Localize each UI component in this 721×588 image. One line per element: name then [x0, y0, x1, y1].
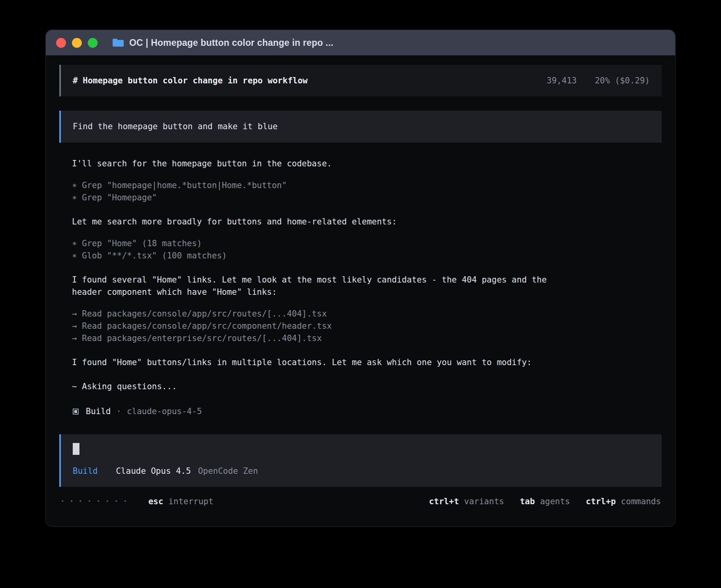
- assistant-paragraph: I found several "Home" links. Let me loo…: [72, 274, 562, 298]
- agent-info-line: Build · claude-opus-4-5: [73, 405, 662, 418]
- titlebar[interactable]: OC | Homepage button color change in rep…: [46, 30, 675, 55]
- agent-name: Build: [86, 405, 111, 418]
- folder-icon: [113, 39, 124, 47]
- user-message-text: Find the homepage button and make it blu…: [73, 122, 277, 131]
- agent-icon: [73, 409, 79, 415]
- text-cursor: [73, 443, 79, 455]
- agent-model: claude-opus-4-5: [127, 405, 202, 418]
- terminal-window: OC | Homepage button color change in rep…: [46, 30, 675, 526]
- esc-key-hint: esc: [148, 496, 163, 508]
- status-bar-left: ········ esc interrupt: [60, 496, 213, 508]
- shortcut-agents: tab agents: [520, 496, 570, 508]
- status-bar-right: ctrl+t variants tab agents ctrl+p comman…: [429, 496, 661, 508]
- working-status: ~ Asking questions...: [72, 381, 662, 393]
- input-meta: Build Claude Opus 4.5 OpenCode Zen: [73, 465, 650, 477]
- close-button[interactable]: [56, 38, 66, 48]
- zoom-button[interactable]: [88, 38, 98, 48]
- context-usage: 20% ($0.29): [595, 75, 650, 87]
- assistant-paragraph: I found "Home" buttons/links in multiple…: [72, 356, 562, 369]
- assistant-paragraph: I'll search for the homepage button in t…: [72, 158, 562, 170]
- tool-call-read: → Read packages/console/app/src/componen…: [72, 320, 662, 332]
- tool-call-group: → Read packages/console/app/src/routes/[…: [72, 308, 662, 345]
- input-mode: Build: [73, 465, 98, 477]
- spinner-icon: ········: [60, 496, 132, 508]
- tool-call-read: → Read packages/console/app/src/routes/[…: [72, 308, 662, 320]
- input-provider: OpenCode Zen: [198, 465, 258, 477]
- session-title: # Homepage button color change in repo w…: [73, 75, 308, 87]
- session-header: # Homepage button color change in repo w…: [59, 65, 662, 96]
- agent-separator: ·: [116, 405, 121, 418]
- assistant-paragraph: Let me search more broadly for buttons a…: [72, 216, 562, 228]
- session-stats: 39,413 20% ($0.29): [547, 75, 650, 87]
- terminal-content: # Homepage button color change in repo w…: [46, 55, 675, 508]
- esc-key-label: interrupt: [168, 496, 213, 508]
- input-model: Claude Opus 4.5: [116, 465, 191, 477]
- token-count: 39,413: [547, 75, 577, 87]
- shortcut-commands: ctrl+p commands: [586, 496, 661, 508]
- status-bar: ········ esc interrupt ctrl+t variants t…: [59, 496, 662, 508]
- prompt-input[interactable]: Build Claude Opus 4.5 OpenCode Zen: [59, 434, 662, 487]
- tool-call-grep: ∗ Grep "Homepage": [72, 192, 662, 204]
- tool-call-group: ∗ Grep "Home" (18 matches) ∗ Glob "**/*.…: [72, 237, 662, 262]
- tool-call-group: ∗ Grep "homepage|home.*button|Home.*butt…: [72, 179, 662, 204]
- tool-call-grep: ∗ Grep "homepage|home.*button|Home.*butt…: [72, 179, 662, 192]
- minimize-button[interactable]: [72, 38, 82, 48]
- tool-call-glob: ∗ Glob "**/*.tsx" (100 matches): [72, 250, 662, 262]
- shortcut-variants: ctrl+t variants: [429, 496, 504, 508]
- user-message: Find the homepage button and make it blu…: [59, 111, 662, 143]
- tool-call-read: → Read packages/enterprise/src/routes/[.…: [72, 332, 662, 345]
- window-title: OC | Homepage button color change in rep…: [129, 38, 333, 48]
- tool-call-grep: ∗ Grep "Home" (18 matches): [72, 237, 662, 250]
- window-controls: [56, 38, 98, 48]
